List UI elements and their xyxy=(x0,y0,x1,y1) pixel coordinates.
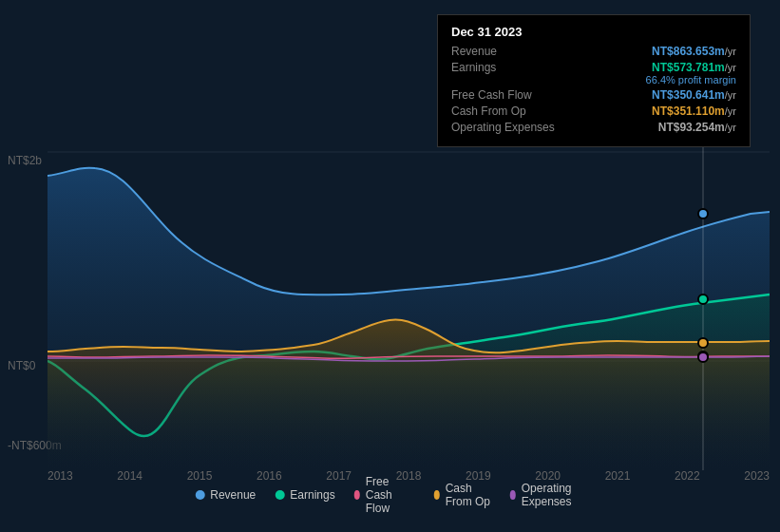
tooltip-cashop-row: Cash From Op NT$351.110m/yr xyxy=(451,104,736,118)
tooltip-opex-label: Operating Expenses xyxy=(451,121,555,134)
tooltip-earnings-label: Earnings xyxy=(451,61,496,74)
x-label-2013: 2013 xyxy=(48,469,73,483)
tooltip-fcf-row: Free Cash Flow NT$350.641m/yr xyxy=(451,88,736,102)
x-label-2014: 2014 xyxy=(117,469,143,483)
y-label-top: NT$2b xyxy=(8,154,42,167)
svg-point-4 xyxy=(698,294,708,304)
legend-cashop-label: Cash From Op xyxy=(446,482,491,508)
tooltip-opex-row: Operating Expenses NT$93.254m/yr xyxy=(451,121,736,134)
tooltip-fcf-label: Free Cash Flow xyxy=(451,88,532,102)
tooltip-earnings-value: NT$573.781m/yr xyxy=(652,61,736,74)
svg-point-3 xyxy=(698,209,708,218)
tooltip-opex-value: NT$93.254m/yr xyxy=(658,121,736,134)
chart-svg[interactable] xyxy=(48,147,770,470)
tooltip-cashop-value: NT$351.110m/yr xyxy=(652,104,736,118)
tooltip-earnings-row: Earnings NT$573.781m/yr 66.4% profit mar… xyxy=(451,61,736,86)
x-label-2023: 2023 xyxy=(744,469,770,483)
legend-fcf[interactable]: Free Cash Flow xyxy=(354,475,415,515)
legend-earnings-dot xyxy=(275,490,284,500)
x-label-2021: 2021 xyxy=(605,469,631,483)
legend-revenue[interactable]: Revenue xyxy=(195,488,256,502)
chart-legend: Revenue Earnings Free Cash Flow Cash Fro… xyxy=(195,475,585,515)
tooltip-fcf-value: NT$350.641m/yr xyxy=(652,88,736,102)
tooltip-revenue-row: Revenue NT$863.653m/yr xyxy=(451,45,736,58)
svg-point-5 xyxy=(698,338,708,348)
tooltip-revenue-label: Revenue xyxy=(451,45,497,58)
legend-revenue-dot xyxy=(195,490,204,500)
legend-revenue-label: Revenue xyxy=(210,488,256,502)
tooltip-date: Dec 31 2023 xyxy=(451,25,736,39)
legend-earnings[interactable]: Earnings xyxy=(275,488,334,502)
tooltip-profit-margin: 66.4% profit margin xyxy=(646,74,736,86)
legend-cashop-dot xyxy=(434,490,440,500)
x-label-2022: 2022 xyxy=(675,469,700,483)
tooltip-box: Dec 31 2023 Revenue NT$863.653m/yr Earni… xyxy=(437,14,751,147)
legend-cashop[interactable]: Cash From Op xyxy=(434,482,491,508)
legend-opex[interactable]: Operating Expenses xyxy=(510,482,585,508)
chart-container: Dec 31 2023 Revenue NT$863.653m/yr Earni… xyxy=(0,0,780,532)
legend-fcf-dot xyxy=(354,490,360,500)
legend-opex-label: Operating Expenses xyxy=(522,482,585,508)
legend-opex-dot xyxy=(510,490,516,500)
svg-point-7 xyxy=(698,352,708,362)
y-label-mid: NT$0 xyxy=(8,359,35,372)
legend-earnings-label: Earnings xyxy=(290,488,334,502)
tooltip-revenue-value: NT$863.653m/yr xyxy=(652,45,736,58)
tooltip-cashop-label: Cash From Op xyxy=(451,104,526,118)
legend-fcf-label: Free Cash Flow xyxy=(366,475,415,515)
